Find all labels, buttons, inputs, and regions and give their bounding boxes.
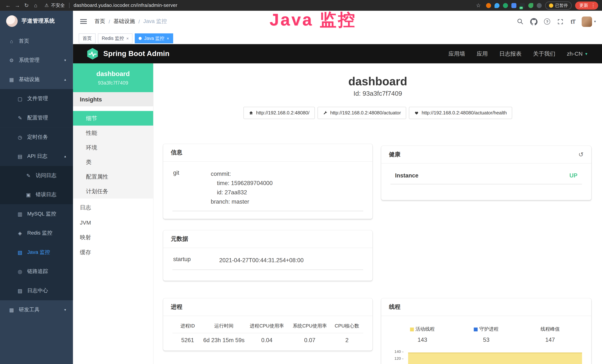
sidebar-item-file-management[interactable]: ▢ 文件管理 (0, 89, 73, 108)
extension-icon-7[interactable] (537, 3, 542, 8)
sba-item-jvm[interactable]: JVM (73, 215, 153, 230)
sba-item-scheduled-tasks[interactable]: 计划任务 (73, 184, 153, 199)
sba-nav-about[interactable]: 关于我们 (533, 50, 555, 57)
sba-nav-wallboard[interactable]: 应用墙 (448, 50, 465, 57)
sidebar-item-label: API 日志 (27, 153, 47, 160)
breadcrumb-infrastructure[interactable]: 基础设施 (113, 18, 135, 25)
sidebar-item-dev-tools[interactable]: ▩ 研发工具 ▾ (0, 300, 73, 320)
close-icon[interactable]: × (126, 36, 129, 41)
sba-item-details[interactable]: 细节 (73, 111, 153, 126)
active-dot (139, 37, 142, 40)
app-logo[interactable]: 芋道管理系统 (0, 11, 73, 32)
avatar[interactable] (582, 16, 592, 27)
url-text[interactable]: dashboard.yudao.iocoder.cn/infra/admin-s… (74, 3, 177, 8)
sba-item-caches[interactable]: 缓存 (73, 245, 153, 260)
sba-item-mappings[interactable]: 映射 (73, 230, 153, 245)
git-info-row: git commit: time: 1596289704000 id: 27aa… (172, 169, 363, 211)
warning-icon: ⚠ (44, 3, 49, 8)
user-menu[interactable]: ▾ (582, 16, 596, 27)
sidebar-item-access-logs[interactable]: ✎ 访问日志 (0, 166, 73, 185)
chevron-up-icon: ▴ (64, 77, 66, 81)
instance-label: Instance (395, 172, 419, 179)
card-title: 进程 (171, 303, 183, 310)
update-button[interactable]: 更新⋮ (575, 1, 598, 9)
address-divider (69, 3, 69, 8)
sidebar-item-label: MySQL 监控 (27, 211, 56, 217)
health-card-header: 健康 ↺ (381, 146, 591, 163)
val-uptime: 6d 23h 15m 59s (203, 337, 245, 343)
hamburger-icon[interactable] (80, 19, 87, 24)
sba-item-performance[interactable]: 性能 (73, 126, 153, 140)
bookmark-star-icon[interactable]: ☆ (474, 2, 483, 8)
sba-item-environment[interactable]: 环境 (73, 140, 153, 155)
sidebar-item-infrastructure[interactable]: ▦ 基础设施 ▴ (0, 70, 73, 89)
sba-brand-title: Spring Boot Admin (103, 50, 170, 58)
file-icon: ▢ (17, 96, 23, 102)
breadcrumb-home[interactable]: 首页 (94, 18, 105, 25)
sidebar-item-config-management[interactable]: ✎ 配置管理 (0, 108, 73, 128)
help-icon[interactable]: ? (544, 18, 550, 24)
back-icon[interactable]: ← (4, 2, 12, 8)
git-id-line: id: 27aa832 (211, 188, 273, 197)
tab-redis-monitor[interactable]: Redis 监控 × (98, 33, 133, 43)
threads-card-header: 线程 (381, 298, 591, 316)
update-label: 更新 (579, 2, 588, 8)
sidebar-item-error-logs[interactable]: ▣ 错误日志 (0, 185, 73, 204)
close-icon[interactable]: × (167, 36, 169, 41)
tab-java-monitor[interactable]: Java 监控 × (135, 33, 173, 43)
sba-item-config-props[interactable]: 配置属性 (73, 169, 153, 184)
service-url-button[interactable]: http://192.168.0.2:48080/ (243, 107, 315, 119)
sidebar-item-java-monitor[interactable]: ▧ Java 监控 (0, 243, 73, 262)
extension-icon-3[interactable] (503, 3, 508, 8)
startup-value: 2021-04-27T00:44:31.254+08:00 (219, 256, 303, 265)
health-url-button[interactable]: http://192.168.0.2:48080/actuator/health (409, 107, 512, 119)
card-title: 元数据 (171, 235, 188, 243)
threads-card: 线程 活动线程 143 守护进程 53 线程峰值 147 (381, 298, 591, 364)
sidebar-item-mysql-monitor[interactable]: ▥ MySQL 监控 (0, 204, 73, 224)
instance-links: http://192.168.0.2:48080/ http://192.168… (153, 107, 602, 119)
browser-home-icon[interactable]: ⌂ (32, 2, 40, 8)
sidebar-item-home[interactable]: ⌂ 首页 (0, 32, 73, 51)
github-icon[interactable] (530, 18, 538, 25)
val-process-cpu: 0.04 (245, 337, 289, 343)
sba-item-logs[interactable]: 日志 (73, 200, 153, 215)
extension-icon-2[interactable] (494, 3, 499, 8)
legend-label: 活动线程 (416, 326, 435, 332)
spring-boot-admin-logo-icon (87, 48, 98, 60)
forward-icon[interactable]: → (13, 2, 22, 8)
header-actions: ? tT ▾ (516, 16, 602, 27)
tag-tabs-bar: 首页 Redis 监控 × Java 监控 × (73, 32, 602, 44)
process-table: 进程ID 运行时间 进程CPU使用率 系统CPU使用率 CPU核心数 5261 … (172, 323, 363, 343)
reload-icon[interactable]: ↻ (22, 2, 31, 8)
legend-value: 147 (518, 336, 582, 343)
sidebar-item-label: 链路追踪 (27, 268, 48, 275)
actuator-url-button[interactable]: http://192.168.0.2:48080/actuator (318, 107, 406, 119)
address-bar[interactable]: ⚠ 不安全 dashboard.yudao.iocoder.cn/infra/a… (44, 2, 177, 9)
sidebar-item-log-center[interactable]: ▨ 日志中心 (0, 281, 73, 300)
col-pid: 进程ID (172, 323, 203, 330)
extension-icon-6[interactable] (528, 3, 533, 8)
fullscreen-icon[interactable] (557, 18, 564, 25)
paused-badge[interactable]: 已暂停 (545, 1, 572, 9)
extension-icon-1[interactable] (486, 3, 491, 8)
sidebar-item-api-logs[interactable]: ▤ API 日志 ▴ (0, 147, 73, 166)
sba-item-classes[interactable]: 类 (73, 155, 153, 170)
search-icon[interactable] (516, 18, 524, 25)
metadata-card: 元数据 startup 2021-04-27T00:44:31.254+08:0… (163, 230, 373, 280)
legend-live-threads: 活动线程 143 (390, 326, 454, 343)
sidebar-item-system-management[interactable]: ⚙ 系统管理 ▾ (0, 51, 73, 70)
sba-nav-journal[interactable]: 日志报表 (499, 50, 522, 57)
sidebar-item-redis-monitor[interactable]: ◈ Redis 监控 (0, 224, 73, 243)
sba-nav-applications[interactable]: 应用 (477, 50, 488, 57)
history-icon[interactable]: ↺ (579, 151, 584, 158)
sidebar-item-link-tracing[interactable]: ◎ 链路追踪 (0, 262, 73, 281)
menu-kebab-icon[interactable]: ⋮ (591, 3, 595, 8)
extension-icon-4[interactable] (511, 3, 516, 8)
font-size-icon[interactable]: tT (571, 18, 575, 25)
info-card: 信息 git commit: time: 1596289704000 id: 2… (163, 144, 373, 219)
extension-icon-5[interactable] (520, 3, 525, 8)
language-selector[interactable]: zh-CN ▾ (567, 51, 587, 57)
sidebar-item-scheduled-tasks[interactable]: ◷ 定时任务 (0, 128, 73, 147)
sba-header: Spring Boot Admin 应用墙 应用 日志报表 关于我们 zh-CN… (73, 44, 602, 64)
tab-home[interactable]: 首页 (79, 33, 96, 43)
